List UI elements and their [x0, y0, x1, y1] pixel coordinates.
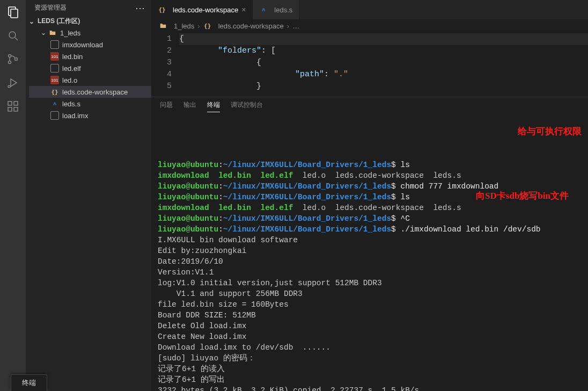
svg-rect-11: [8, 107, 12, 111]
sidebar-more-icon[interactable]: ⋯: [135, 5, 145, 11]
breadcrumb-tail: …: [292, 22, 299, 30]
file-label: led.elf: [62, 64, 81, 73]
svg-rect-1: [11, 9, 18, 18]
svg-point-5: [9, 61, 11, 64]
svg-marker-7: [11, 79, 17, 86]
line-gutter: 12345: [151, 32, 179, 97]
svg-rect-10: [14, 102, 18, 105]
file-icon: [50, 40, 59, 49]
tab-problems[interactable]: 问题: [160, 100, 173, 112]
asm-icon: A: [50, 99, 59, 108]
svg-line-3: [15, 38, 18, 40]
file-label: led.bin: [62, 53, 83, 61]
file-row[interactable]: {}leds.code-workspace: [29, 86, 151, 98]
tab-label: leds.code-workspace: [173, 6, 238, 14]
source-control-icon[interactable]: [5, 52, 20, 67]
tab-bar: {}leds.code-workspace×Aleds.s: [151, 0, 588, 19]
workspace-section[interactable]: ⌄ LEDS (工作区): [26, 16, 151, 27]
tab-label: leds.s: [274, 6, 292, 14]
svg-point-8: [8, 85, 10, 88]
chevron-down-icon: ⌄: [28, 18, 35, 25]
file-label: leds.s: [62, 100, 80, 108]
file-row[interactable]: led.elf: [29, 62, 151, 74]
file-tree: ⌄ 1_leds imxdownload101led.binled.elf101…: [26, 27, 151, 121]
binary-icon: 101: [50, 52, 59, 61]
folder-row[interactable]: ⌄ 1_leds: [29, 27, 151, 39]
bottom-panel: 问题 输出 终端 调试控制台 给与可执行权限 向SD卡sdb烧写bin文件 li…: [151, 97, 588, 391]
activity-bar: [0, 0, 26, 391]
file-row[interactable]: load.imx: [29, 110, 151, 121]
code-content[interactable]: { "folders": [ { "path": "." }: [179, 32, 588, 97]
svg-rect-12: [14, 107, 18, 111]
svg-point-4: [9, 55, 11, 57]
svg-point-6: [15, 58, 18, 61]
code-editor[interactable]: 12345 { "folders": [ { "path": "." }: [151, 32, 588, 97]
json-icon: {}: [203, 21, 212, 30]
folder-icon: [48, 28, 57, 37]
tab-output[interactable]: 输出: [183, 100, 196, 112]
file-label: load.imx: [62, 112, 88, 120]
file-label: imxdownload: [62, 41, 103, 49]
bottom-terminal-tab[interactable]: 终端: [11, 374, 47, 391]
folder-icon: [159, 21, 167, 30]
annotation-permission: 给与可执行权限: [518, 126, 582, 137]
tab-debug-console[interactable]: 调试控制台: [231, 100, 263, 112]
sidebar: 资源管理器 ⋯ ⌄ LEDS (工作区) ⌄ 1_leds imxdownloa…: [26, 0, 151, 391]
explorer-icon[interactable]: [5, 4, 20, 19]
file-icon: [50, 111, 59, 120]
editor-tab[interactable]: Aleds.s: [253, 0, 299, 19]
close-icon[interactable]: ×: [241, 5, 246, 14]
svg-rect-9: [8, 102, 12, 105]
breadcrumb-file: leds.code-workspace: [218, 22, 284, 30]
svg-point-2: [9, 32, 16, 38]
chevron-right-icon: ›: [287, 22, 289, 30]
editor-area: {}leds.code-workspace×Aleds.s 1_leds › {…: [151, 0, 588, 391]
json-icon: {}: [158, 5, 166, 14]
search-icon[interactable]: [5, 28, 20, 43]
file-icon: [50, 64, 59, 73]
panel-tabs: 问题 输出 终端 调试控制台: [151, 97, 588, 114]
file-row[interactable]: 101led.o: [29, 74, 151, 86]
editor-tab[interactable]: {}leds.code-workspace×: [151, 0, 253, 19]
binary-icon: 101: [50, 76, 59, 84]
terminal[interactable]: 给与可执行权限 向SD卡sdb烧写bin文件 liuyao@ubuntu:~/l…: [151, 114, 588, 391]
sidebar-title: 资源管理器: [34, 3, 67, 12]
file-label: leds.code-workspace: [62, 88, 128, 96]
file-row[interactable]: 101led.bin: [29, 50, 151, 62]
breadcrumb[interactable]: 1_leds › {} leds.code-workspace › …: [151, 19, 588, 32]
chevron-right-icon: ›: [197, 22, 200, 30]
run-debug-icon[interactable]: [5, 75, 20, 90]
file-row[interactable]: imxdownload: [29, 39, 151, 50]
chevron-down-icon: ⌄: [41, 29, 47, 37]
file-label: led.o: [62, 76, 77, 84]
breadcrumb-folder: 1_leds: [174, 22, 194, 30]
workspace-title: LEDS (工作区): [38, 17, 80, 26]
json-icon: {}: [50, 88, 59, 96]
file-row[interactable]: Aleds.s: [29, 98, 151, 110]
tab-terminal[interactable]: 终端: [207, 100, 220, 112]
asm-icon: A: [259, 5, 268, 14]
extensions-icon[interactable]: [5, 99, 20, 114]
folder-label: 1_leds: [60, 29, 80, 37]
